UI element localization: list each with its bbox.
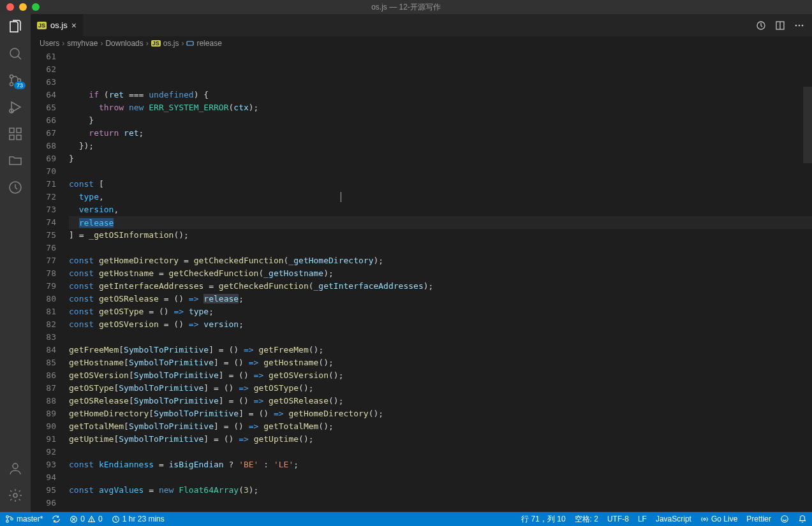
window-close-button[interactable] <box>6 3 14 11</box>
search-icon[interactable] <box>8 46 23 61</box>
code-line[interactable]: version, <box>69 203 812 216</box>
go-live-status[interactable]: Go Live <box>700 515 737 523</box>
wakatime-status[interactable]: 1 hr 23 mins <box>112 515 165 523</box>
chevron-right-icon: › <box>100 39 103 48</box>
more-actions-icon[interactable] <box>794 20 804 31</box>
code-line[interactable]: getUptime[SymbolToPrimitive] = () => get… <box>69 433 812 446</box>
window-minimize-button[interactable] <box>19 3 27 11</box>
minimap-slider[interactable] <box>803 87 812 163</box>
accounts-icon[interactable] <box>8 461 23 476</box>
svg-point-2 <box>10 83 13 86</box>
line-number: 61 <box>31 50 56 63</box>
code-line[interactable]: getOSVersion[SymbolToPrimitive] = () => … <box>69 369 812 382</box>
code-line[interactable]: throw new ERR_SYSTEM_ERROR(ctx); <box>69 101 812 114</box>
code-line[interactable]: const getHomeDirectory = getCheckedFunct… <box>69 254 812 267</box>
source-control-icon[interactable]: 73 <box>8 73 23 88</box>
window-titlebar: os.js — 12-开源写作 <box>0 0 812 14</box>
window-maximize-button[interactable] <box>32 3 40 11</box>
code-line[interactable]: const kEndianness = isBigEndian ? 'BE' :… <box>69 458 812 471</box>
code-line[interactable]: if (ret === undefined) { <box>69 89 812 101</box>
code-line[interactable]: const avgValues = new Float64Array(3); <box>69 484 812 497</box>
svg-point-1 <box>10 75 13 78</box>
settings-gear-icon[interactable] <box>8 488 23 503</box>
line-number: 69 <box>31 152 56 165</box>
prettier-status[interactable]: Prettier <box>746 515 771 523</box>
split-editor-icon[interactable] <box>775 20 785 31</box>
code-line[interactable] <box>69 165 812 178</box>
code-line[interactable] <box>69 242 812 254</box>
code-line[interactable]: } <box>69 114 812 127</box>
encoding-status[interactable]: UTF-8 <box>607 515 629 523</box>
code-line[interactable]: }); <box>69 140 812 152</box>
extensions-icon[interactable] <box>8 126 23 142</box>
code-line[interactable]: getHostname[SymbolToPrimitive] = () => g… <box>69 356 812 369</box>
svg-point-19 <box>6 516 9 518</box>
svg-point-21 <box>11 518 13 520</box>
code-line[interactable]: const getOSType = () => type; <box>69 305 812 318</box>
code-line[interactable]: getOSRelease[SymbolToPrimitive] = () => … <box>69 395 812 407</box>
breadcrumb-part[interactable]: smyhvae <box>67 39 98 48</box>
explorer-icon[interactable] <box>8 19 23 34</box>
folder-icon[interactable] <box>8 153 23 168</box>
line-number: 92 <box>31 446 56 458</box>
code-line[interactable] <box>69 497 812 509</box>
code-line[interactable]: const getOSRelease = () => release; <box>69 293 812 305</box>
code-line[interactable]: getTotalMem[SymbolToPrimitive] = () => g… <box>69 420 812 433</box>
sync-status[interactable] <box>52 515 61 523</box>
line-number: 88 <box>31 395 56 407</box>
code-content[interactable]: if (ret === undefined) { throw new ERR_S… <box>69 50 812 512</box>
breadcrumbs[interactable]: Users › smyhvae › Downloads › JS os.js ›… <box>31 36 812 50</box>
chevron-right-icon: › <box>62 39 64 48</box>
line-number: 63 <box>31 76 56 89</box>
tab-close-icon[interactable]: × <box>71 20 77 31</box>
code-line[interactable]: release <box>69 216 812 229</box>
svg-point-17 <box>802 24 804 26</box>
svg-point-16 <box>799 24 801 26</box>
line-number: 77 <box>31 254 56 267</box>
code-line[interactable] <box>69 446 812 458</box>
code-line[interactable]: const [ <box>69 178 812 191</box>
code-line[interactable]: const getHostname = getCheckedFunction(_… <box>69 267 812 280</box>
code-line[interactable]: const getInterfaceAddresses = getChecked… <box>69 280 812 293</box>
line-number: 93 <box>31 458 56 471</box>
code-editor[interactable]: 6162636465666768697071727374757677787980… <box>31 50 812 512</box>
line-number: 70 <box>31 165 56 178</box>
code-line[interactable]: getOSType[SymbolToPrimitive] = () => get… <box>69 382 812 395</box>
code-line[interactable]: return ret; <box>69 127 812 140</box>
breadcrumb-symbol[interactable]: release <box>196 39 221 48</box>
run-debug-icon[interactable] <box>8 99 23 115</box>
chevron-right-icon: › <box>146 39 149 48</box>
symbol-variable-icon <box>186 40 194 47</box>
timeline-icon[interactable] <box>8 180 23 195</box>
svg-point-20 <box>6 520 9 523</box>
breadcrumb-part[interactable]: Downloads <box>105 39 143 48</box>
svg-point-0 <box>10 48 19 57</box>
cursor-position-status[interactable]: 行 71，列 10 <box>521 514 565 525</box>
line-number: 87 <box>31 382 56 395</box>
line-number: 89 <box>31 407 56 420</box>
code-line[interactable]: type, <box>69 191 812 203</box>
language-mode-status[interactable]: JavaScript <box>656 515 691 523</box>
problems-status[interactable]: 0 0 <box>70 515 102 523</box>
line-number: 80 <box>31 293 56 305</box>
code-line[interactable] <box>69 331 812 344</box>
code-line[interactable] <box>69 471 812 484</box>
compare-changes-icon[interactable] <box>756 20 766 31</box>
code-line[interactable]: function loadavg() { <box>69 509 812 512</box>
code-line[interactable]: } <box>69 152 812 165</box>
indentation-status[interactable]: 空格: 2 <box>575 514 598 525</box>
git-branch-status[interactable]: master* <box>5 515 43 523</box>
breadcrumb-part[interactable]: os.js <box>163 39 179 48</box>
eol-status[interactable]: LF <box>638 515 647 523</box>
code-line[interactable]: getFreeMem[SymbolToPrimitive] = () => ge… <box>69 344 812 356</box>
editor-area: JS os.js × Users › smyhvae › Downlo <box>31 14 812 512</box>
breadcrumb-part[interactable]: Users <box>40 39 59 48</box>
code-line[interactable]: ] = _getOSInformation(); <box>69 229 812 242</box>
js-file-icon: JS <box>151 40 161 47</box>
code-line[interactable]: getHomeDirectory[SymbolToPrimitive] = ()… <box>69 407 812 420</box>
line-number: 65 <box>31 101 56 114</box>
tab-os-js[interactable]: JS os.js × <box>31 14 84 36</box>
code-line[interactable]: const getOSVersion = () => version; <box>69 318 812 331</box>
feedback-icon[interactable] <box>780 515 789 523</box>
notifications-icon[interactable] <box>798 515 807 523</box>
